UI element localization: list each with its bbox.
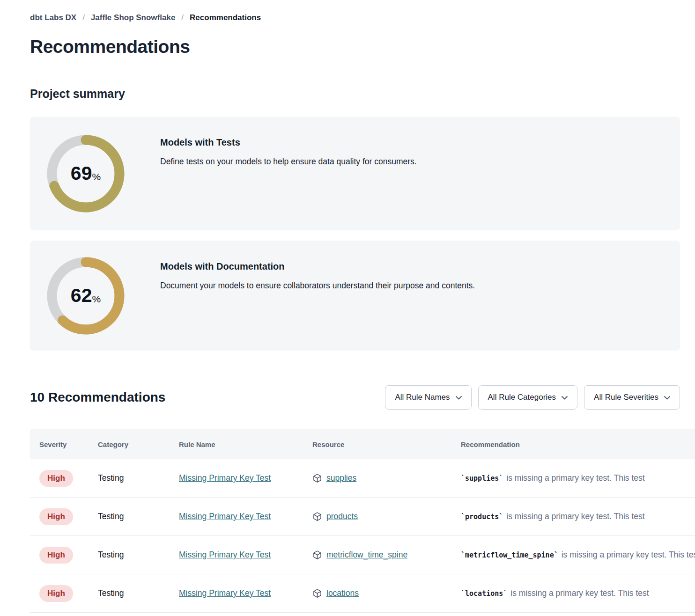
rule-name-link[interactable]: Missing Primary Key Test (179, 473, 271, 483)
recommendation-text: is missing a primary key test. This test (506, 473, 644, 483)
donut-percent-value: 62 (71, 285, 92, 307)
recommendation-cell: `supplies`is missing a primary key test.… (461, 473, 695, 483)
recommendations-header: 10 Recommendations All Rule Names All Ru… (30, 385, 680, 410)
breadcrumb-item-current: Recommendations (190, 13, 261, 22)
card-title: Models with Tests (160, 137, 417, 148)
docs-donut-chart: 62 % (47, 257, 125, 335)
rule-name-link[interactable]: Missing Primary Key Test (179, 550, 271, 559)
donut-percent-label: 62 % (47, 257, 125, 335)
recommendations-table: Severity Category Rule Name Resource Rec… (30, 429, 695, 613)
summary-card-models-with-documentation: 62 % Models with Documentation Document … (30, 241, 680, 351)
category-cell: Testing (98, 550, 179, 560)
recommendation-cell: `products`is missing a primary key test.… (461, 512, 695, 521)
donut-percent-sign: % (92, 293, 101, 305)
recommendation-code: `supplies` (461, 474, 503, 483)
resource-link[interactable]: locations (326, 588, 359, 598)
column-header-category: Category (98, 440, 179, 448)
filter-bar: All Rule Names All Rule Categories All R… (385, 385, 680, 410)
severity-badge: High (39, 547, 73, 564)
resource-link[interactable]: supplies (326, 473, 356, 483)
recommendation-code: `products` (461, 513, 503, 521)
filter-label: All Rule Categories (488, 393, 556, 402)
breadcrumb: dbt Labs DX / Jaffle Shop Snowflake / Re… (30, 0, 695, 22)
card-description: Define tests on your models to help ensu… (160, 157, 417, 167)
recommendation-text: is missing a primary key test. This test (562, 550, 695, 559)
rule-name-link[interactable]: Missing Primary Key Test (179, 588, 271, 598)
project-summary-heading: Project summary (30, 87, 695, 101)
card-description: Document your models to ensure collabora… (160, 281, 475, 291)
severity-badge: High (39, 585, 73, 602)
chevron-down-icon (562, 396, 568, 400)
breadcrumb-separator: / (82, 13, 85, 22)
donut-percent-value: 69 (71, 162, 92, 184)
breadcrumb-separator: / (181, 13, 184, 22)
severity-badge: High (39, 470, 73, 487)
resource-link[interactable]: products (326, 512, 358, 521)
recommendation-text: is missing a primary key test. This test (506, 512, 644, 521)
model-cube-icon (312, 473, 322, 483)
recommendations-table-container: Severity Category Rule Name Resource Rec… (30, 429, 695, 613)
recommendation-code: `metricflow_time_spine` (461, 551, 558, 559)
filter-rule-names-dropdown[interactable]: All Rule Names (385, 385, 471, 410)
model-cube-icon (312, 588, 322, 598)
breadcrumb-item-account[interactable]: dbt Labs DX (30, 13, 76, 22)
tests-donut-chart: 69 % (47, 135, 125, 213)
page-title: Recommendations (30, 37, 695, 57)
table-header-row: Severity Category Rule Name Resource Rec… (30, 429, 695, 459)
breadcrumb-item-project[interactable]: Jaffle Shop Snowflake (91, 13, 175, 22)
category-cell: Testing (98, 588, 179, 598)
model-cube-icon (312, 512, 322, 521)
rule-name-link[interactable]: Missing Primary Key Test (179, 512, 271, 521)
summary-card-models-with-tests: 69 % Models with Tests Define tests on y… (30, 117, 680, 230)
category-cell: Testing (98, 473, 179, 483)
page: dbt Labs DX / Jaffle Shop Snowflake / Re… (0, 0, 695, 613)
filter-label: All Rule Names (395, 393, 450, 402)
severity-badge: High (39, 508, 73, 525)
table-row: High Testing Missing Primary Key Test lo… (30, 574, 695, 613)
card-title: Models with Documentation (160, 261, 475, 272)
column-header-recommendation: Recommendation (461, 440, 695, 448)
chevron-down-icon (456, 396, 462, 400)
recommendation-cell: `metricflow_time_spine`is missing a prim… (461, 550, 695, 560)
resource-link[interactable]: metricflow_time_spine (326, 550, 407, 560)
recommendations-count-heading: 10 Recommendations (30, 390, 165, 405)
filter-rule-severities-dropdown[interactable]: All Rule Severities (584, 385, 680, 410)
table-row: High Testing Missing Primary Key Test su… (30, 459, 695, 498)
recommendation-text: is missing a primary key test. This test (510, 588, 649, 598)
table-row: High Testing Missing Primary Key Test pr… (30, 498, 695, 536)
card-text-block: Models with Documentation Document your … (160, 241, 475, 351)
column-header-rule-name: Rule Name (179, 440, 312, 448)
recommendation-code: `locations` (461, 589, 507, 598)
category-cell: Testing (98, 512, 179, 521)
donut-percent-sign: % (92, 171, 101, 183)
donut-percent-label: 69 % (47, 135, 125, 213)
table-row: High Testing Missing Primary Key Test me… (30, 536, 695, 574)
filter-label: All Rule Severities (594, 393, 658, 402)
column-header-resource: Resource (312, 440, 461, 448)
filter-rule-categories-dropdown[interactable]: All Rule Categories (478, 385, 578, 410)
recommendation-cell: `locations`is missing a primary key test… (461, 588, 695, 598)
column-header-severity: Severity (30, 440, 98, 448)
chevron-down-icon (664, 396, 670, 400)
model-cube-icon (312, 550, 322, 560)
card-text-block: Models with Tests Define tests on your m… (160, 117, 417, 230)
